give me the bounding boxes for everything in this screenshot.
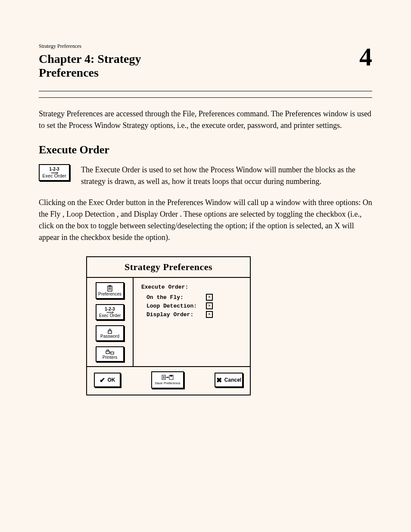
option-loop-detection: Loop Detection: ✕ <box>146 302 242 309</box>
svg-rect-8 <box>111 352 114 354</box>
section-title: Execute Order <box>39 143 372 156</box>
rule-top <box>39 91 372 91</box>
page-eyebrow: Strategy Preferences <box>39 43 372 50</box>
exec-order-toolbar-button[interactable]: 1-2-3 ⟹ Exec Order <box>39 164 70 181</box>
dialog-footer: ✔ OK Save Preference ✖ Cancel <box>87 367 250 395</box>
option-label: Loop Detection: <box>146 303 202 309</box>
ok-label: OK <box>108 377 115 383</box>
option-label: On the Fly: <box>146 294 202 301</box>
printer-icon <box>106 349 114 355</box>
lock-icon <box>107 328 113 334</box>
rule-bottom <box>39 97 372 98</box>
section-body: Clicking on the Exec Order button in the… <box>39 197 372 243</box>
sidebar-btn-preferences[interactable]: Preferences <box>96 282 124 299</box>
sidebar-btn-printers[interactable]: Printers <box>96 346 124 362</box>
sidebar-btn-exec-order[interactable]: 1-2-3 ⟹ Exec Order <box>96 304 124 320</box>
save-label: Save Preference <box>155 382 181 385</box>
sidebar-label: Preferences <box>98 292 121 297</box>
clipboard-icon <box>107 285 113 292</box>
section-lead: The Execute Order is used to set how the… <box>81 164 372 187</box>
svg-rect-7 <box>107 350 109 351</box>
checkbox-loop-detection[interactable]: ✕ <box>206 302 213 309</box>
checkbox-on-the-fly[interactable]: ✕ <box>206 294 213 301</box>
exec-order-label: Exec Order <box>42 174 66 179</box>
option-label: Display Order: <box>146 311 202 318</box>
sidebar-label: Printers <box>103 355 117 360</box>
chapter-number: 4 <box>359 48 372 66</box>
svg-rect-6 <box>106 351 109 354</box>
svg-rect-15 <box>170 375 172 376</box>
sidebar-btn-password[interactable]: Password <box>96 325 124 341</box>
svg-rect-5 <box>108 331 112 333</box>
dialog-title: Strategy Preferences <box>87 257 250 278</box>
sidebar-label: Password <box>100 334 119 339</box>
checkbox-display-order[interactable]: ✕ <box>206 311 213 318</box>
chapter-title-line2: Preferences <box>39 66 372 80</box>
cancel-button[interactable]: ✖ Cancel <box>215 373 243 387</box>
dialog-main: Execute Order: On the Fly: ✕ Loop Detect… <box>134 278 250 366</box>
option-on-the-fly: On the Fly: ✕ <box>146 294 242 301</box>
intro-paragraph: Strategy Preferences are accessed throug… <box>39 108 372 131</box>
check-icon: ✔ <box>100 376 105 384</box>
ok-button[interactable]: ✔ OK <box>94 373 121 387</box>
dialog-sidebar: Preferences 1-2-3 ⟹ Exec Order Password <box>87 278 134 366</box>
group-title: Execute Order: <box>141 284 242 290</box>
save-preference-button[interactable]: Save Preference <box>151 371 184 389</box>
close-icon: ✖ <box>216 376 222 384</box>
chapter-title-line1: Chapter 4: Strategy <box>39 52 372 66</box>
sidebar-label: Exec Order <box>99 314 121 318</box>
strategy-preferences-dialog: Strategy Preferences Preferences 1-2-3 ⟹… <box>86 256 251 395</box>
save-icon <box>162 375 174 381</box>
option-display-order: Display Order: ✕ <box>146 311 242 318</box>
cancel-label: Cancel <box>224 377 241 383</box>
